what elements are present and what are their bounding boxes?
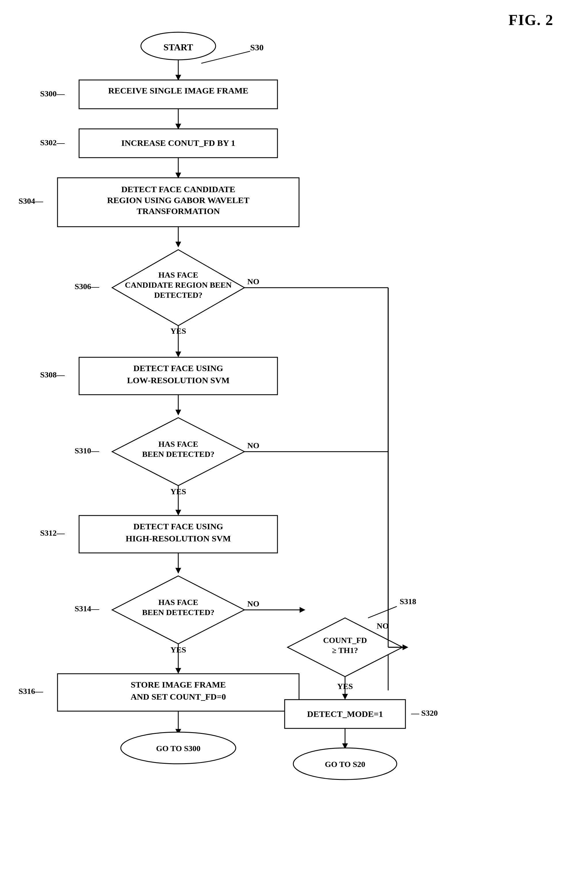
s318-label: S318 [400, 597, 416, 606]
s304-text3: TRANSFORMATION [136, 206, 220, 216]
s306-no-label: NO [247, 277, 260, 286]
s310-label: S310— [75, 446, 99, 455]
svg-marker-35 [300, 607, 305, 613]
s304-label: S304— [18, 197, 44, 206]
s314-no-label: NO [247, 599, 260, 608]
start-label: START [164, 42, 193, 53]
s316-text1: STORE IMAGE FRAME [130, 680, 226, 689]
s306-text1: HAS FACE [158, 270, 198, 279]
s306-label: S306— [75, 282, 99, 291]
s30-label: S30 [250, 43, 264, 52]
flowchart-diagram: S30 START RECEIVE SINGLE IMAGE FRAME S30… [0, 0, 588, 880]
svg-marker-12 [176, 242, 181, 248]
s310-text2: BEEN DETECTED? [142, 450, 214, 458]
s310-text1: HAS FACE [158, 440, 198, 449]
s302-label: S302— [40, 138, 65, 147]
s312-text1: DETECT FACE USING [134, 521, 223, 531]
s314-text1: HAS FACE [158, 598, 198, 607]
s300-text: RECEIVE SINGLE IMAGE FRAME [108, 86, 248, 95]
s308-text1: DETECT FACE USING [134, 363, 223, 373]
s318-text2: ≥ TH1? [332, 646, 358, 655]
s304-text1: DETECT FACE CANDIDATE [122, 185, 236, 194]
s300-label: S300— [40, 89, 65, 98]
goto-s20-label: GO TO S20 [325, 760, 366, 769]
s312-label: S312— [40, 529, 65, 538]
svg-marker-16 [176, 351, 181, 357]
svg-marker-25 [176, 510, 181, 515]
s310-no-label: NO [247, 441, 260, 450]
svg-marker-21 [176, 410, 181, 415]
s306-text3: DETECTED? [154, 291, 202, 299]
s304-text2: REGION USING GABOR WAVELET [107, 195, 250, 205]
svg-marker-45 [342, 694, 348, 700]
svg-line-40 [368, 607, 397, 618]
s312-text2: HIGH-RESOLUTION SVM [126, 534, 231, 543]
s308-text2: LOW-RESOLUTION SVM [127, 375, 230, 385]
s318-no-label: NO [376, 622, 389, 630]
s320-text: DETECT_MODE=1 [307, 709, 383, 719]
s308-label: S308— [40, 370, 65, 379]
s316-label: S316— [18, 687, 44, 695]
svg-marker-29 [176, 568, 181, 574]
svg-marker-33 [176, 668, 181, 674]
s316-text2: AND SET COUNT_FD=0 [130, 692, 226, 701]
s306-text2: CANDIDATE REGION BEEN [125, 281, 231, 290]
s320-label: — S320 [411, 709, 438, 718]
s314-label: S314— [75, 604, 99, 613]
goto-s300-label: GO TO S300 [156, 744, 201, 753]
svg-marker-51 [402, 644, 408, 650]
s318-text1: COUNT_FD [323, 636, 367, 645]
s314-text2: BEEN DETECTED? [142, 608, 214, 617]
s302-text: INCREASE CONUT_FD BY 1 [122, 138, 235, 147]
